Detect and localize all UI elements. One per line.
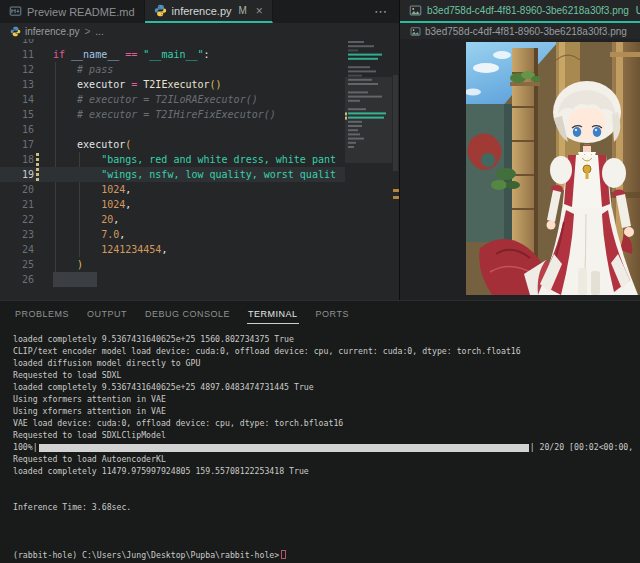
- line-number: 25: [0, 257, 34, 272]
- terminal-line: [13, 477, 640, 489]
- terminal-cursor: [281, 550, 286, 559]
- line-number: 17: [0, 137, 34, 152]
- code-line-22[interactable]: 22 20,: [0, 212, 345, 227]
- breadcrumb-ellipsis[interactable]: ...: [95, 26, 103, 37]
- code-text: executor = T2IExecutor(): [34, 77, 222, 92]
- line-number: 18: [0, 152, 34, 167]
- code-text: 1024,: [34, 182, 131, 197]
- image-file-icon: [410, 26, 421, 37]
- line-number: 21: [0, 197, 34, 212]
- line-number: 20: [0, 182, 34, 197]
- code-text: [34, 122, 53, 137]
- code-text: "wings, nsfw, low quality, worst qualit: [34, 167, 336, 182]
- minimap-slider[interactable]: [345, 77, 392, 163]
- python-icon: [154, 4, 167, 17]
- breadcrumb-file[interactable]: b3ed758d-c4df-4f81-8960-3be6218a30f3.png: [425, 26, 627, 37]
- panel-tab-terminal[interactable]: TERMINAL: [247, 305, 299, 324]
- overview-ruler-modified-mark: [393, 196, 399, 199]
- tab-image-png[interactable]: b3ed758d-c4df-4f81-8960-3be6218a30f3.png…: [400, 0, 640, 23]
- breadcrumb[interactable]: b3ed758d-c4df-4f81-8960-3be6218a30f3.png: [400, 23, 640, 39]
- git-modified-marker: [36, 168, 39, 181]
- image-preview: [400, 39, 640, 300]
- terminal-prompt: (rabbit-hole) C:\Users\Jung\Desktop\Pupb…: [13, 549, 640, 561]
- terminal-line: loaded completely 11479.975997924805 159…: [13, 465, 640, 477]
- python-icon: [10, 26, 21, 37]
- code-text: # executor = T2IHireFixExecutor(): [34, 107, 276, 122]
- close-icon[interactable]: ×: [256, 5, 263, 17]
- tab-inference-py[interactable]: inference.py M ×: [145, 0, 273, 23]
- line-number: 16: [0, 122, 34, 137]
- code-line-20[interactable]: 20 1024,: [0, 182, 345, 197]
- line-number: 19: [0, 167, 34, 182]
- vscode-window: Preview README.md inference.py M × ⋯: [0, 0, 640, 563]
- code-editor[interactable]: 1011if __name__ == "__main__":12 # pass1…: [0, 39, 399, 300]
- editor-tabbar-right: b3ed758d-c4df-4f81-8960-3be6218a30f3.png…: [400, 0, 640, 23]
- bottom-panel: PROBLEMSOUTPUTDEBUG CONSOLETERMINALPORTS…: [0, 300, 640, 563]
- line-number: 26: [0, 272, 34, 287]
- code-text: 7.0,: [34, 227, 125, 242]
- editor-group-left: Preview README.md inference.py M × ⋯: [0, 0, 399, 300]
- code-line-15[interactable]: 15 # executor = T2IHireFixExecutor(): [0, 107, 345, 122]
- terminal-line: [13, 525, 640, 537]
- breadcrumb-separator: >: [84, 26, 90, 37]
- terminal[interactable]: loaded completely 9.5367431640625e+25 15…: [0, 327, 640, 561]
- breadcrumb-file[interactable]: inference.py: [25, 26, 79, 37]
- image-file-icon: [409, 4, 422, 17]
- code-text: [34, 272, 53, 287]
- code-line-23[interactable]: 23 7.0,: [0, 227, 345, 242]
- editor-group-right: b3ed758d-c4df-4f81-8960-3be6218a30f3.png…: [399, 0, 640, 300]
- line-number: 12: [0, 62, 34, 77]
- code-line-26[interactable]: 26: [0, 272, 345, 287]
- terminal-line: Requested to load AutoencoderKL: [13, 453, 640, 465]
- code-line-18[interactable]: 18 "bangs, red and white dress, white pa…: [0, 152, 345, 167]
- line-number: 23: [0, 227, 34, 242]
- selection-highlight: [53, 272, 97, 287]
- code-line-13[interactable]: 13 executor = T2IExecutor(): [0, 77, 345, 92]
- git-modified-marker: [36, 153, 39, 166]
- code-line-10[interactable]: 10: [0, 39, 345, 47]
- tab-label: b3ed758d-c4df-4f81-8960-3be6218a30f3.png: [427, 5, 629, 16]
- code-line-12[interactable]: 12 # pass: [0, 62, 345, 77]
- code-line-17[interactable]: 17 executor(: [0, 137, 345, 152]
- minimap[interactable]: [345, 39, 392, 300]
- code-text: # executor = T2ILoRAExecutor(): [34, 92, 258, 107]
- code-text: # pass: [34, 62, 113, 77]
- terminal-line: loaded completely 9.5367431640625e+25 15…: [13, 333, 640, 345]
- terminal-line: CLIP/text encoder model load device: cud…: [13, 345, 640, 357]
- tab-preview-readme[interactable]: Preview README.md: [0, 0, 145, 23]
- more-actions-icon[interactable]: ⋯: [362, 0, 399, 23]
- terminal-line: Using xformers attention in VAE: [13, 393, 640, 405]
- editor-tabbar-left: Preview README.md inference.py M × ⋯: [0, 0, 399, 23]
- code-line-11[interactable]: 11if __name__ == "__main__":: [0, 47, 345, 62]
- terminal-line: Inference Time: 3.68sec.: [13, 501, 640, 513]
- line-number: 14: [0, 92, 34, 107]
- terminal-progress-line: 100%|| 20/20 [00:02<00:00,: [13, 441, 640, 453]
- overview-ruler-modified-mark: [393, 189, 399, 192]
- code-text: ): [34, 257, 83, 272]
- code-text: 1241234454,: [34, 242, 167, 257]
- terminal-line: [13, 537, 640, 549]
- line-number: 11: [0, 47, 34, 62]
- panel-tab-debug-console[interactable]: DEBUG CONSOLE: [144, 305, 231, 323]
- panel-tab-ports[interactable]: PORTS: [315, 305, 350, 323]
- code-text: 20,: [34, 212, 119, 227]
- panel-tab-output[interactable]: OUTPUT: [86, 305, 128, 323]
- line-number: 15: [0, 107, 34, 122]
- tab-label: Preview README.md: [27, 6, 135, 18]
- breadcrumb[interactable]: inference.py > ...: [0, 23, 399, 39]
- code-line-16[interactable]: 16: [0, 122, 345, 137]
- progress-bar: [39, 444, 529, 452]
- terminal-line: Requested to load SDXLClipModel: [13, 429, 640, 441]
- editor-scrollbar[interactable]: [393, 75, 398, 171]
- markdown-preview-icon: [9, 5, 22, 18]
- code-line-19[interactable]: 19 "wings, nsfw, low quality, worst qual…: [0, 167, 345, 182]
- line-number: 10: [0, 39, 34, 47]
- code-line-24[interactable]: 24 1241234454,: [0, 242, 345, 257]
- code-line-25[interactable]: 25 ): [0, 257, 345, 272]
- modified-badge: M: [239, 5, 247, 16]
- code-line-14[interactable]: 14 # executor = T2ILoRAExecutor(): [0, 92, 345, 107]
- terminal-line: Requested to load SDXL: [13, 369, 640, 381]
- code-line-21[interactable]: 21 1024,: [0, 197, 345, 212]
- code-lines: 1011if __name__ == "__main__":12 # pass1…: [0, 39, 399, 287]
- panel-tab-problems[interactable]: PROBLEMS: [14, 305, 70, 323]
